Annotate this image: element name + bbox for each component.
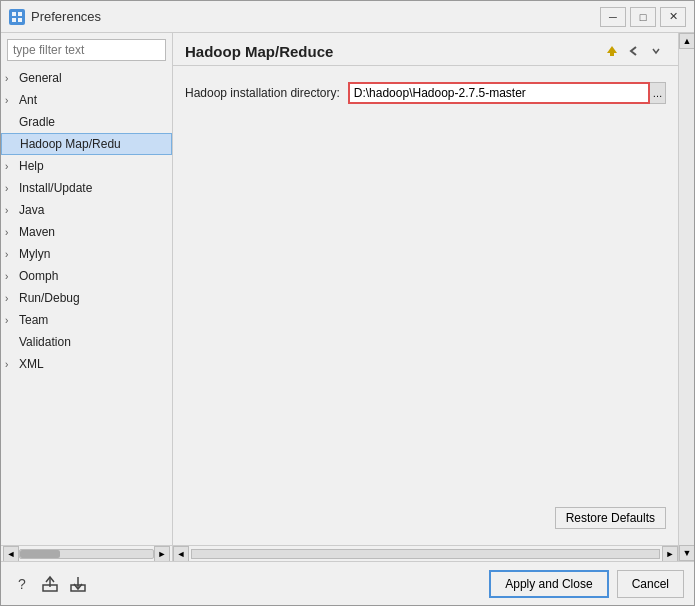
- sidebar-item-run-debug[interactable]: ›Run/Debug: [1, 287, 172, 309]
- svg-rect-0: [12, 12, 16, 16]
- h-scrollbar-track: [19, 549, 154, 559]
- sidebar-item-label: Team: [19, 313, 48, 327]
- window-title: Preferences: [31, 9, 600, 24]
- sidebar-item-maven[interactable]: ›Maven: [1, 221, 172, 243]
- chevron-icon: ›: [5, 293, 19, 304]
- chevron-icon: ›: [5, 95, 19, 106]
- panel-scroll-right[interactable]: ►: [662, 546, 678, 562]
- panel-title: Hadoop Map/Reduce: [185, 43, 333, 60]
- chevron-icon: ›: [5, 249, 19, 260]
- close-button[interactable]: ✕: [660, 7, 686, 27]
- sidebar-item-validation[interactable]: Validation: [1, 331, 172, 353]
- field-input-wrapper: …: [348, 82, 666, 104]
- tree-container: ›General›Ant Gradle Hadoop Map/Redu›Help…: [1, 67, 172, 545]
- minimize-button[interactable]: ─: [600, 7, 626, 27]
- chevron-icon: ›: [5, 183, 19, 194]
- sidebar: ›General›Ant Gradle Hadoop Map/Redu›Help…: [1, 33, 173, 561]
- chevron-icon: ›: [5, 205, 19, 216]
- sidebar-item-label: Run/Debug: [19, 291, 80, 305]
- panel-scroll-left[interactable]: ◄: [173, 546, 189, 562]
- sidebar-item-label: Oomph: [19, 269, 58, 283]
- cancel-button[interactable]: Cancel: [617, 570, 684, 598]
- toolbar-nav-btn-1[interactable]: [602, 41, 622, 61]
- sidebar-item-help[interactable]: ›Help: [1, 155, 172, 177]
- svg-rect-3: [18, 18, 22, 22]
- main-content: ›General›Ant Gradle Hadoop Map/Redu›Help…: [1, 33, 694, 561]
- title-bar: Preferences ─ □ ✕: [1, 1, 694, 33]
- right-panel-inner: Hadoop Map/Reduce: [173, 33, 678, 561]
- preferences-window: Preferences ─ □ ✕ ›General›Ant Gradle Ha…: [0, 0, 695, 606]
- v-scrollbar-track: [679, 49, 694, 545]
- chevron-icon: ›: [5, 161, 19, 172]
- filter-input[interactable]: [7, 39, 166, 61]
- field-label: Hadoop installation directory:: [185, 86, 340, 100]
- sidebar-item-gradle[interactable]: Gradle: [1, 111, 172, 133]
- restore-defaults-button[interactable]: Restore Defaults: [555, 507, 666, 529]
- sidebar-item-label: Validation: [19, 335, 71, 349]
- chevron-icon: ›: [5, 271, 19, 282]
- apply-close-button[interactable]: Apply and Close: [489, 570, 608, 598]
- restore-btn-area: Restore Defaults: [185, 499, 666, 529]
- sidebar-item-label: XML: [19, 357, 44, 371]
- bottom-bar: ? Apply and Close Cancel: [1, 561, 694, 605]
- field-row: Hadoop installation directory: …: [185, 82, 666, 104]
- maximize-button[interactable]: □: [630, 7, 656, 27]
- sidebar-item-label: Hadoop Map/Redu: [20, 137, 121, 151]
- svg-marker-4: [607, 46, 617, 53]
- bottom-buttons: Apply and Close Cancel: [489, 570, 684, 598]
- right-panel-wrapper: Hadoop Map/Reduce: [173, 33, 694, 561]
- sidebar-item-label: Mylyn: [19, 247, 50, 261]
- chevron-icon: ›: [5, 73, 19, 84]
- sidebar-item-java[interactable]: ›Java: [1, 199, 172, 221]
- sidebar-item-ant[interactable]: ›Ant: [1, 89, 172, 111]
- v-scroll-up[interactable]: ▲: [679, 33, 694, 49]
- svg-rect-5: [610, 53, 614, 56]
- panel-hscroll: ◄ ►: [173, 545, 678, 561]
- scroll-left-arrow[interactable]: ◄: [3, 546, 19, 562]
- sidebar-item-general[interactable]: ›General: [1, 67, 172, 89]
- window-controls: ─ □ ✕: [600, 7, 686, 27]
- panel-body: Hadoop installation directory: … Restore…: [173, 66, 678, 545]
- sidebar-item-team[interactable]: ›Team: [1, 309, 172, 331]
- toolbar-nav-btn-2[interactable]: [624, 41, 644, 61]
- panel-toolbar: [602, 41, 666, 61]
- window-icon: [9, 9, 25, 25]
- chevron-icon: ›: [5, 359, 19, 370]
- sidebar-item-label: Java: [19, 203, 44, 217]
- chevron-icon: ›: [5, 227, 19, 238]
- sidebar-item-label: Ant: [19, 93, 37, 107]
- sidebar-item-label: Maven: [19, 225, 55, 239]
- sidebar-item-xml[interactable]: ›XML: [1, 353, 172, 375]
- panel-hscroll-track: [191, 549, 660, 559]
- panel-header: Hadoop Map/Reduce: [173, 33, 678, 66]
- sidebar-item-label: Gradle: [19, 115, 55, 129]
- import-icon[interactable]: [67, 573, 89, 595]
- scroll-right-arrow[interactable]: ►: [154, 546, 170, 562]
- sidebar-hscrollbar: ◄ ►: [1, 545, 172, 561]
- sidebar-item-mylyn[interactable]: ›Mylyn: [1, 243, 172, 265]
- sidebar-item-oomph[interactable]: ›Oomph: [1, 265, 172, 287]
- v-scroll-down[interactable]: ▼: [679, 545, 694, 561]
- help-icon[interactable]: ?: [11, 573, 33, 595]
- export-icon[interactable]: [39, 573, 61, 595]
- browse-button[interactable]: …: [650, 82, 666, 104]
- svg-rect-1: [18, 12, 22, 16]
- toolbar-dropdown-btn[interactable]: [646, 41, 666, 61]
- sidebar-item-hadoop-map-redu[interactable]: Hadoop Map/Redu: [1, 133, 172, 155]
- sidebar-item-install-update[interactable]: ›Install/Update: [1, 177, 172, 199]
- bottom-icons: ?: [11, 573, 89, 595]
- sidebar-item-label: General: [19, 71, 62, 85]
- v-scrollbar: ▲ ▼: [678, 33, 694, 561]
- h-scrollbar-thumb: [20, 550, 60, 558]
- hadoop-dir-input[interactable]: [348, 82, 650, 104]
- chevron-icon: ›: [5, 315, 19, 326]
- sidebar-item-label: Install/Update: [19, 181, 92, 195]
- svg-rect-2: [12, 18, 16, 22]
- sidebar-item-label: Help: [19, 159, 44, 173]
